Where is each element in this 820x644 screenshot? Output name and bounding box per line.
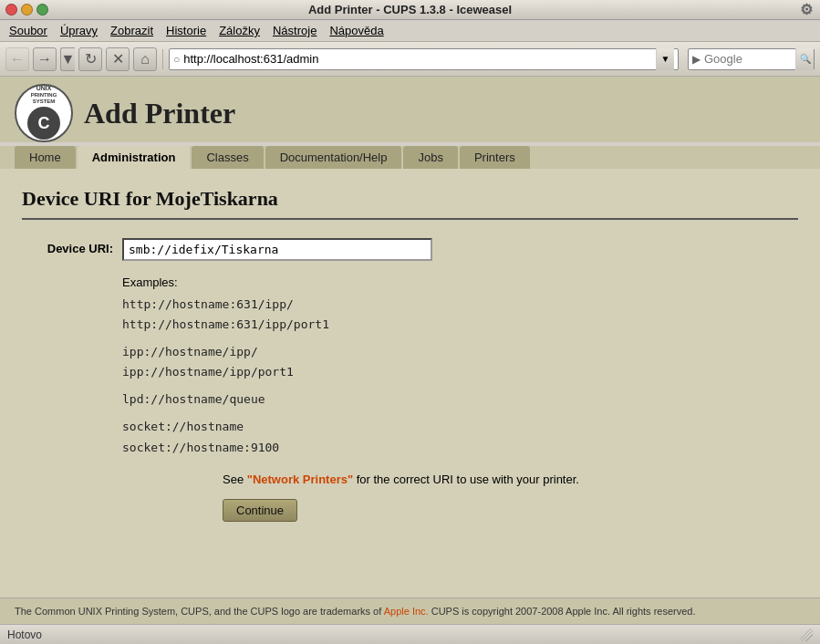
search-bar[interactable]: ▶ 🔍	[688, 48, 815, 70]
nav-jobs[interactable]: Jobs	[403, 146, 457, 169]
content-heading: Device URI for MojeTiskarna	[22, 187, 798, 220]
forward-button[interactable]: →	[33, 47, 57, 71]
window-controls	[5, 4, 48, 16]
nav-classes[interactable]: Classes	[192, 146, 263, 169]
menu-upravy[interactable]: Úpravy	[55, 22, 103, 39]
example-line: http://hostname:631/ipp/	[122, 295, 798, 315]
cups-logo: UNIX PRINTING SYSTEM C	[15, 84, 73, 142]
statusbar-text: Hotovo	[7, 628, 42, 641]
footer-text-after: CUPS is copyright 2007-2008 Apple Inc. A…	[429, 606, 696, 617]
toolbar-separator	[162, 49, 163, 69]
url-input[interactable]	[183, 52, 656, 66]
continue-button[interactable]: Continue	[223, 499, 297, 522]
maximize-button[interactable]	[36, 4, 48, 16]
example-group-3: lpd://hostname/queue	[122, 390, 798, 410]
titlebar: Add Printer - CUPS 1.3.8 - Iceweasel ⚙	[0, 0, 820, 20]
stop-button[interactable]: ✕	[106, 47, 130, 71]
window-title: Add Printer - CUPS 1.3.8 - Iceweasel	[308, 3, 512, 16]
search-input[interactable]	[704, 52, 795, 66]
example-group-1: http://hostname:631/ipp/ http://hostname…	[122, 295, 798, 335]
statusbar: Hotovo	[0, 624, 820, 644]
example-group-4: socket://hostname socket://hostname:9100	[122, 417, 798, 457]
search-button[interactable]: 🔍	[795, 48, 814, 70]
resize-handle[interactable]	[800, 628, 813, 641]
nav-home[interactable]: Home	[15, 146, 76, 169]
home-button[interactable]: ⌂	[133, 47, 157, 71]
cups-footer: The Common UNIX Printing System, CUPS, a…	[0, 597, 820, 624]
page-title: Add Printer	[84, 97, 235, 130]
toolbar: ← → ▼ ↻ ✕ ⌂ ○ ▼ ▶ 🔍	[0, 42, 820, 77]
forward-dropdown[interactable]: ▼	[60, 47, 75, 71]
reload-button[interactable]: ↻	[78, 47, 102, 71]
logo-printing-text: PRINTING	[27, 92, 60, 99]
menu-napoveda[interactable]: Nápověda	[324, 22, 389, 39]
nav-documentation[interactable]: Documentation/Help	[265, 146, 402, 169]
minimize-button[interactable]	[21, 4, 33, 16]
logo-unix-text: UNIX	[27, 85, 60, 92]
cups-page: UNIX PRINTING SYSTEM C Add Printer Home …	[0, 77, 820, 624]
example-line: lpd://hostname/queue	[122, 390, 798, 410]
search-icon: ▶	[689, 53, 704, 66]
note-after: for the correct URI to use with your pri…	[353, 473, 579, 486]
device-uri-input[interactable]	[122, 238, 432, 261]
browser-content: UNIX PRINTING SYSTEM C Add Printer Home …	[0, 77, 820, 624]
apple-link[interactable]: Apple Inc.	[384, 606, 429, 617]
menu-historie[interactable]: Historie	[161, 22, 212, 39]
back-button[interactable]: ←	[5, 47, 29, 71]
menu-nastroje[interactable]: Nástroje	[267, 22, 322, 39]
network-printers-note: See "Network Printers" for the correct U…	[223, 473, 798, 486]
example-group-2: ipp://hostname/ipp/ ipp://hostname/ipp/p…	[122, 342, 798, 382]
example-line: ipp://hostname/ipp/	[122, 342, 798, 362]
cups-nav: Home Administration Classes Documentatio…	[0, 146, 820, 169]
example-line: http://hostname:631/ipp/port1	[122, 315, 798, 335]
cups-header: UNIX PRINTING SYSTEM C Add Printer	[0, 77, 820, 142]
url-dropdown-button[interactable]: ▼	[656, 48, 674, 70]
device-uri-label: Device URI:	[22, 238, 113, 255]
note-before: See	[223, 473, 247, 486]
cups-main: Device URI for MojeTiskarna Device URI: …	[0, 169, 820, 597]
close-button[interactable]	[5, 4, 17, 16]
menu-zobrazit[interactable]: Zobrazit	[105, 22, 159, 39]
example-line: socket://hostname	[122, 417, 798, 437]
examples-block: Examples: http://hostname:631/ipp/ http:…	[122, 275, 798, 522]
device-uri-row: Device URI:	[22, 238, 798, 261]
gear-icon: ⚙	[800, 1, 813, 18]
nav-administration[interactable]: Administration	[78, 146, 191, 169]
menu-soubor[interactable]: Soubor	[4, 22, 53, 39]
examples-label: Examples:	[122, 275, 798, 289]
url-globe-icon: ○	[173, 53, 180, 66]
examples-list: http://hostname:631/ipp/ http://hostname…	[122, 295, 798, 458]
example-line: ipp://hostname/ipp/port1	[122, 362, 798, 382]
url-bar[interactable]: ○ ▼	[169, 48, 679, 70]
example-line: socket://hostname:9100	[122, 438, 798, 458]
menu-zalozky[interactable]: Záložky	[213, 22, 265, 39]
network-printers-link[interactable]: "Network Printers"	[247, 473, 353, 486]
logo-system-text: SYSTEM	[27, 99, 60, 105]
nav-printers[interactable]: Printers	[460, 146, 530, 169]
menubar: Soubor Úpravy Zobrazit Historie Záložky …	[0, 20, 820, 42]
footer-text-before: The Common UNIX Printing System, CUPS, a…	[15, 606, 384, 617]
